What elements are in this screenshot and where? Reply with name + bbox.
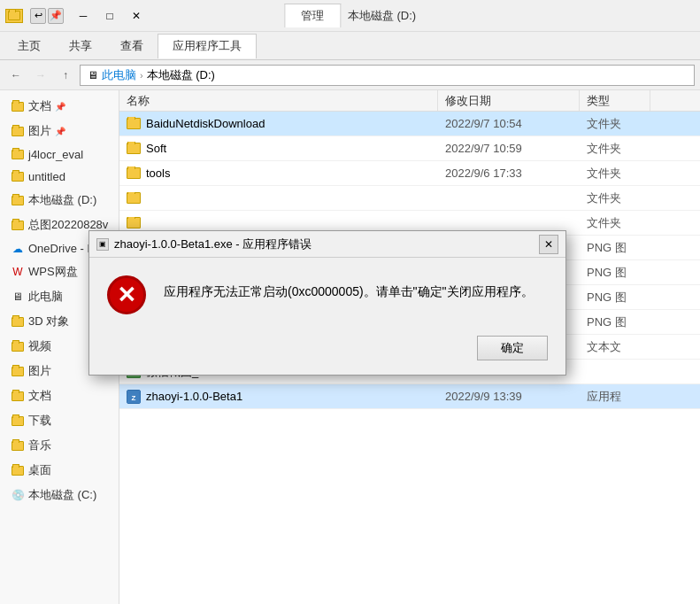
dialog-body: ✕ 应用程序无法正常启动(0xc0000005)。请单击"确定"关闭应用程序。: [89, 258, 565, 327]
error-dialog: ▣ zhaoyi-1.0.0-Beta1.exe - 应用程序错误 ✕ ✕ 应用…: [88, 230, 566, 376]
dialog-title-icon: ▣: [96, 238, 109, 251]
dialog-titlebar: ▣ zhaoyi-1.0.0-Beta1.exe - 应用程序错误 ✕: [89, 231, 565, 258]
dialog-message: 应用程序无法正常启动(0xc0000005)。请单击"确定"关闭应用程序。: [164, 275, 534, 301]
dialog-footer: 确定: [89, 327, 565, 375]
error-icon: ✕: [107, 275, 150, 318]
error-circle: ✕: [107, 275, 146, 314]
dialog-overlay: ▣ zhaoyi-1.0.0-Beta1.exe - 应用程序错误 ✕ ✕ 应用…: [0, 0, 700, 604]
ok-button[interactable]: 确定: [477, 336, 548, 360]
dialog-close-button[interactable]: ✕: [539, 235, 558, 254]
dialog-title-text: zhaoyi-1.0.0-Beta1.exe - 应用程序错误: [114, 236, 534, 252]
